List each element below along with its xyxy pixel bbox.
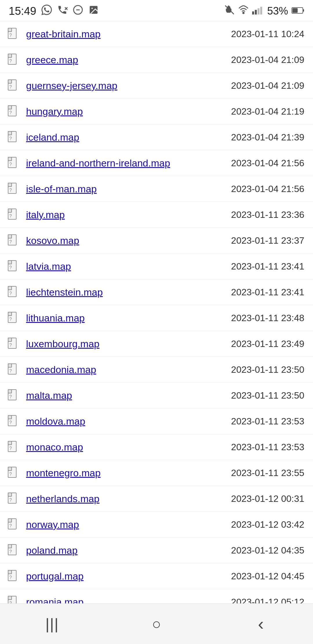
list-item: ? moldova.map2023-01-11 23:53	[0, 408, 313, 434]
svg-text:?: ?	[9, 239, 12, 244]
file-icon: ?	[6, 130, 21, 145]
svg-rect-55	[8, 364, 12, 367]
file-icon: ?	[6, 52, 21, 67]
file-icon: ?	[6, 336, 21, 351]
file-icon: ?	[6, 78, 21, 93]
svg-rect-13	[303, 9, 304, 12]
file-date: 2023-01-04 21:56	[228, 158, 304, 169]
file-name[interactable]: moldova.map	[26, 416, 85, 427]
list-item: ? norway.map2023-01-12 03:42	[0, 512, 313, 538]
file-name[interactable]: liechtenstein.map	[26, 287, 103, 298]
list-item: ? montenegro.map2023-01-11 23:55	[0, 460, 313, 486]
svg-rect-67	[8, 467, 12, 471]
file-name[interactable]: kosovo.map	[26, 235, 79, 246]
file-name[interactable]: norway.map	[26, 519, 79, 530]
list-item: ? monaco.map2023-01-11 23:53	[0, 434, 313, 460]
status-bar: 15:49 53%	[0, 0, 313, 21]
svg-rect-19	[8, 54, 12, 57]
file-name[interactable]: guernsey-jersey.map	[26, 80, 117, 91]
file-date: 2023-01-11 23:55	[228, 468, 304, 478]
file-name[interactable]: iceland.map	[26, 132, 79, 143]
svg-rect-40	[8, 235, 12, 238]
svg-rect-70	[8, 493, 12, 496]
list-item: ? italy.map2023-01-11 23:36	[0, 202, 313, 228]
file-date: 2023-01-11 23:50	[228, 390, 304, 401]
file-name[interactable]: latvia.map	[26, 261, 71, 272]
svg-text:?: ?	[9, 394, 12, 399]
list-item: ? latvia.map2023-01-11 23:41	[0, 254, 313, 279]
list-item: ? lithuania.map2023-01-11 23:48	[0, 305, 313, 331]
file-date: 2023-01-11 23:50	[228, 364, 304, 375]
file-name[interactable]: ireland-and-northern-ireland.map	[26, 158, 170, 169]
file-date: 2023-01-11 23:49	[228, 339, 304, 349]
back-button[interactable]: ‹	[243, 612, 278, 636]
file-name[interactable]: italy.map	[26, 209, 65, 220]
svg-text:?: ?	[9, 110, 12, 115]
svg-text:?: ?	[9, 291, 12, 296]
svg-text:?: ?	[9, 498, 12, 502]
file-date: 2023-01-04 21:09	[228, 55, 304, 65]
battery-text: 53%	[267, 5, 288, 17]
file-name[interactable]: poland.map	[26, 545, 78, 556]
wifi-icon	[238, 5, 249, 17]
file-name[interactable]: netherlands.map	[26, 493, 99, 504]
list-item: ? macedonia.map2023-01-11 23:50	[0, 357, 313, 383]
home-button[interactable]: ○	[139, 612, 174, 636]
svg-rect-49	[8, 312, 12, 316]
svg-text:?: ?	[9, 317, 12, 322]
file-icon: ?	[6, 543, 21, 558]
file-date: 2023-01-11 23:53	[228, 442, 304, 453]
minus-icon	[73, 5, 83, 17]
file-name[interactable]: portugal.map	[26, 571, 83, 582]
file-name[interactable]: great-britain.map	[26, 28, 101, 40]
svg-rect-10	[258, 8, 260, 15]
svg-text:?: ?	[9, 136, 12, 141]
content-area: ? great-britain.map2023-01-11 10:24 ? gr…	[0, 21, 313, 644]
svg-rect-25	[8, 106, 12, 109]
file-name[interactable]: macedonia.map	[26, 364, 96, 375]
svg-text:?: ?	[9, 188, 12, 193]
svg-rect-52	[8, 338, 12, 341]
file-name[interactable]: monaco.map	[26, 442, 83, 453]
svg-rect-28	[8, 131, 12, 135]
file-name[interactable]: malta.map	[26, 390, 72, 401]
svg-rect-58	[8, 390, 12, 393]
file-icon: ?	[6, 207, 21, 222]
file-name[interactable]: montenegro.map	[26, 467, 101, 479]
file-icon: ?	[6, 310, 21, 325]
svg-text:?: ?	[9, 343, 12, 348]
file-name[interactable]: lithuania.map	[26, 312, 85, 324]
file-date: 2023-01-04 21:09	[228, 80, 304, 91]
file-name[interactable]: hungary.map	[26, 106, 83, 117]
svg-rect-46	[8, 286, 12, 290]
file-name[interactable]: isle-of-man.map	[26, 183, 97, 195]
svg-text:?: ?	[9, 549, 12, 554]
list-item: ? guernsey-jersey.map2023-01-04 21:09	[0, 73, 313, 99]
svg-text:?: ?	[9, 59, 12, 64]
clock: 15:49	[9, 5, 36, 17]
file-icon: ?	[6, 491, 21, 506]
file-icon: ?	[6, 259, 21, 274]
file-date: 2023-01-12 04:35	[228, 545, 304, 556]
file-icon: ?	[6, 155, 21, 171]
list-item: ? isle-of-man.map2023-01-04 21:56	[0, 176, 313, 202]
file-date: 2023-01-11 10:24	[228, 29, 304, 39]
list-item: ? liechtenstein.map2023-01-11 23:41	[0, 279, 313, 305]
svg-text:?: ?	[9, 265, 12, 270]
file-name[interactable]: luxembourg.map	[26, 338, 99, 350]
file-date: 2023-01-12 00:31	[228, 493, 304, 504]
svg-text:?: ?	[9, 162, 12, 167]
file-date: 2023-01-12 04:45	[228, 571, 304, 582]
svg-text:?: ?	[9, 33, 12, 38]
file-date: 2023-01-11 23:41	[228, 287, 304, 298]
svg-rect-31	[8, 157, 12, 161]
svg-text:?: ?	[9, 575, 12, 580]
svg-rect-34	[8, 183, 12, 187]
file-icon: ?	[6, 181, 21, 196]
list-item: ? malta.map2023-01-11 23:50	[0, 383, 313, 408]
file-date: 2023-01-12 03:42	[228, 519, 304, 530]
recent-apps-button[interactable]: |||	[35, 612, 70, 636]
file-name[interactable]: greece.map	[26, 54, 78, 66]
svg-rect-9	[255, 10, 257, 15]
whatsapp-icon	[41, 5, 52, 17]
